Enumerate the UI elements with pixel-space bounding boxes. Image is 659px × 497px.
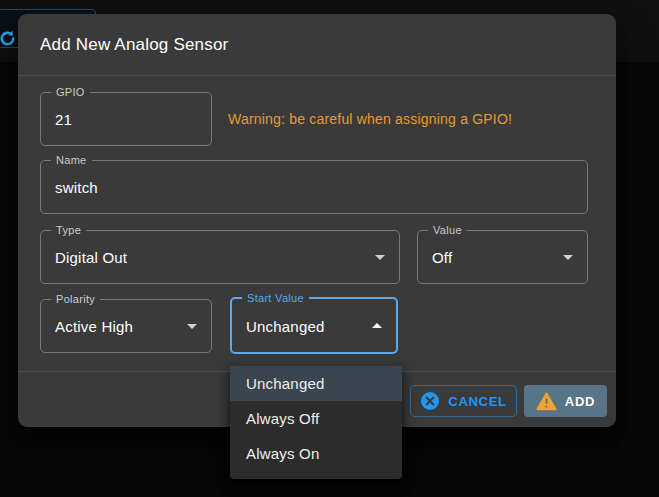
start-value-select[interactable]: Start Value Unchanged — [230, 297, 398, 354]
chevron-up-icon — [372, 323, 382, 328]
name-label: Name — [51, 154, 92, 166]
type-select[interactable]: Type Digital Out — [40, 230, 400, 284]
start-value-value: Unchanged — [246, 317, 325, 334]
chevron-down-icon — [187, 324, 197, 329]
add-button[interactable]: ADD — [524, 385, 607, 417]
name-field[interactable]: Name switch — [40, 160, 588, 214]
gpio-label: GPIO — [51, 86, 90, 98]
warning-triangle-icon — [536, 392, 557, 411]
chevron-down-icon — [375, 255, 385, 260]
polarity-value: Active High — [55, 318, 133, 335]
value-value: Off — [432, 249, 452, 266]
type-label: Type — [51, 224, 86, 236]
gpio-warning-text: Warning: be careful when assigning a GPI… — [228, 92, 512, 146]
cancel-button[interactable]: CANCEL — [410, 385, 517, 417]
dialog-header: Add New Analog Sensor — [18, 14, 616, 76]
menu-item-always-on[interactable]: Always On — [230, 436, 402, 471]
name-value: switch — [55, 179, 98, 196]
start-value-label: Start Value — [242, 292, 309, 304]
menu-item-always-off[interactable]: Always Off — [230, 401, 402, 436]
gpio-field[interactable]: GPIO 21 — [40, 92, 212, 146]
chevron-down-icon — [563, 255, 573, 260]
polarity-select[interactable]: Polarity Active High — [40, 299, 212, 353]
menu-item-unchanged[interactable]: Unchanged — [230, 366, 402, 401]
cancel-icon — [420, 391, 440, 411]
cancel-button-label: CANCEL — [448, 394, 506, 409]
type-value: Digital Out — [55, 249, 127, 266]
gpio-value: 21 — [55, 111, 72, 128]
add-button-label: ADD — [565, 394, 595, 409]
polarity-label: Polarity — [51, 293, 100, 305]
refresh-icon — [0, 29, 17, 52]
value-label: Value — [428, 224, 467, 236]
start-value-dropdown-menu: Unchanged Always Off Always On — [230, 366, 402, 479]
dialog-title: Add New Analog Sensor — [40, 14, 229, 76]
value-select[interactable]: Value Off — [417, 230, 588, 284]
